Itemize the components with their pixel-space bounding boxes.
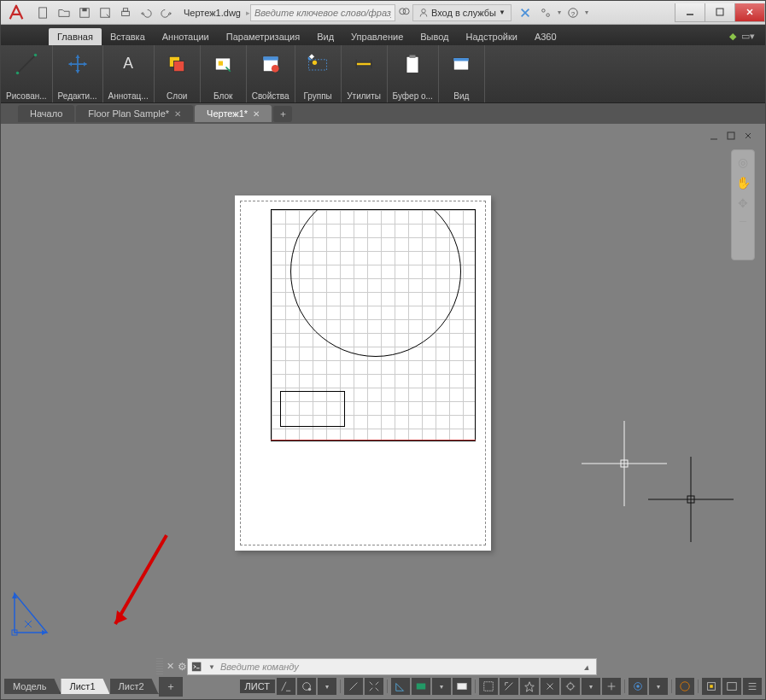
qat-print-icon[interactable] [117, 4, 134, 21]
status-mode-label[interactable]: ЛИСТ [240, 680, 275, 693]
layout-viewport[interactable] [271, 209, 476, 441]
window-close-button[interactable] [734, 3, 765, 22]
svg-rect-43 [687, 496, 694, 503]
svg-point-15 [16, 72, 20, 75]
svg-text:A: A [123, 55, 133, 72]
panel-groups[interactable]: Группы [295, 45, 342, 102]
nav-wheel-icon[interactable]: ◎ [738, 155, 748, 169]
drawing-canvas[interactable]: ◎ ✋ ✥ — [8, 125, 758, 646]
close-icon[interactable]: ✕ [174, 109, 181, 119]
qat-open-icon[interactable] [56, 4, 73, 21]
status-hwaccel-icon[interactable] [675, 678, 694, 695]
window-minimize-button[interactable] [675, 3, 705, 22]
qat-undo-icon[interactable] [137, 4, 155, 21]
viewport-close-icon[interactable] [743, 131, 755, 143]
doc-tab-add-button[interactable]: ＋ [273, 106, 292, 122]
svg-rect-31 [406, 56, 418, 73]
command-config-icon[interactable]: ⚙ [178, 661, 187, 673]
ribbon-tab-a360[interactable]: A360 [526, 28, 565, 45]
navigation-bar[interactable]: ◎ ✋ ✥ — [731, 149, 755, 260]
close-icon[interactable]: ✕ [253, 109, 260, 119]
nav-pan-icon[interactable]: ✋ [736, 176, 751, 190]
status-lineweight-icon[interactable] [412, 678, 430, 695]
ribbon-tab-view[interactable]: Вид [308, 28, 342, 45]
exchange-icon[interactable] [517, 4, 534, 21]
status-dropdown-icon[interactable]: ▾ [318, 678, 336, 695]
layout-tab-model[interactable]: Модель [4, 679, 61, 694]
window-maximize-button[interactable] [705, 3, 735, 22]
ribbon-panel-toggle-icon[interactable]: ▭▾ [741, 31, 755, 42]
panel-block[interactable]: Блок [201, 45, 247, 102]
svg-rect-13 [716, 9, 723, 15]
layout-paper [235, 195, 491, 551]
viewport-maximize-icon[interactable] [726, 131, 738, 143]
status-isolate-icon[interactable] [702, 678, 721, 695]
ribbon-tab-insert[interactable]: Вставка [102, 28, 154, 45]
app-menu-icon[interactable] [1, 1, 32, 25]
ribbon-tab-addins[interactable]: Надстройки [458, 28, 526, 45]
status-angle-icon[interactable] [391, 678, 410, 695]
panel-annotation[interactable]: A Аннотац... [103, 45, 155, 102]
ribbon-tab-manage[interactable]: Управление [342, 28, 412, 45]
status-dropdown-icon[interactable]: ▾ [649, 678, 668, 695]
status-grid-icon[interactable] [277, 678, 295, 695]
status-scale-icon[interactable] [500, 678, 518, 695]
command-close-icon[interactable]: ✕ [167, 661, 174, 673]
status-annoauto-icon[interactable] [561, 678, 580, 695]
svg-rect-48 [417, 684, 426, 690]
qat-new-icon[interactable] [35, 4, 52, 21]
qat-saveas-icon[interactable] [96, 4, 114, 21]
search-icon[interactable] [395, 4, 412, 21]
status-osnap-icon[interactable] [365, 678, 383, 695]
ribbon-tab-annotate[interactable]: Аннотации [154, 28, 218, 45]
svg-point-9 [542, 9, 546, 12]
svg-rect-32 [410, 55, 416, 59]
social-icon[interactable] [537, 4, 554, 21]
panel-properties[interactable]: Свойства [247, 45, 295, 102]
panel-view[interactable]: Вид [439, 45, 485, 102]
ribbon-tab-home[interactable]: Главная [49, 28, 102, 45]
status-annoscale-icon[interactable] [520, 678, 539, 695]
panel-utilities[interactable]: Утилиты [342, 45, 388, 102]
layout-tab-sheet1[interactable]: Лист1 [61, 679, 109, 694]
infocenter-search[interactable] [250, 4, 395, 21]
doc-tab-floorplan[interactable]: Floor Plan Sample*✕ [76, 105, 193, 122]
status-add-icon[interactable] [602, 678, 621, 695]
doc-tab-drawing1[interactable]: Чертеж1*✕ [195, 105, 272, 122]
help-icon[interactable]: ? [564, 4, 582, 21]
panel-layers[interactable]: Слои [155, 45, 201, 102]
status-workspace-icon[interactable] [629, 678, 647, 695]
status-annovis-icon[interactable] [541, 678, 559, 695]
viewport-minimize-icon[interactable] [709, 131, 721, 143]
nav-more-icon[interactable]: — [740, 217, 746, 225]
ribbon-tab-output[interactable]: Вывод [412, 28, 457, 45]
layout-tab-sheet2[interactable]: Лист2 [110, 679, 159, 694]
status-polar-icon[interactable] [344, 678, 363, 695]
command-input[interactable]: ▼ Введите команду ▴ [187, 658, 597, 675]
status-select-icon[interactable] [479, 678, 498, 695]
svg-rect-34 [454, 58, 470, 61]
qat-save-icon[interactable] [76, 4, 93, 21]
panel-modify[interactable]: Редакти... [53, 45, 103, 102]
status-dropdown-icon[interactable]: ▾ [582, 678, 600, 695]
ribbon-featured-apps-icon[interactable]: ◆ [729, 31, 736, 42]
status-transparency-icon[interactable] [453, 678, 471, 695]
nav-orbit-icon[interactable]: ✥ [738, 196, 748, 210]
ribbon-tab-parametric[interactable]: Параметризация [218, 28, 308, 45]
svg-rect-49 [458, 684, 467, 690]
command-grip-icon[interactable] [156, 658, 163, 675]
panel-draw[interactable]: Рисован... [1, 45, 53, 102]
command-line[interactable]: ✕ ⚙ ▼ Введите команду ▴ [156, 656, 762, 677]
status-customize-icon[interactable] [743, 678, 762, 695]
status-cleanscreen-icon[interactable] [722, 678, 741, 695]
svg-point-24 [272, 65, 279, 73]
command-history-icon[interactable]: ▴ [581, 662, 593, 673]
doc-tab-start[interactable]: Начало [18, 105, 74, 122]
panel-clipboard[interactable]: Буфер о... [388, 45, 439, 102]
layout-add-button[interactable]: ＋ [159, 677, 183, 697]
qat-redo-icon[interactable] [158, 4, 175, 21]
signin-button[interactable]: Вход в службы ▼ [412, 4, 512, 21]
status-dropdown-icon[interactable]: ▾ [432, 678, 451, 695]
status-snap-icon[interactable] [297, 678, 316, 695]
ucs-icon [9, 586, 61, 638]
